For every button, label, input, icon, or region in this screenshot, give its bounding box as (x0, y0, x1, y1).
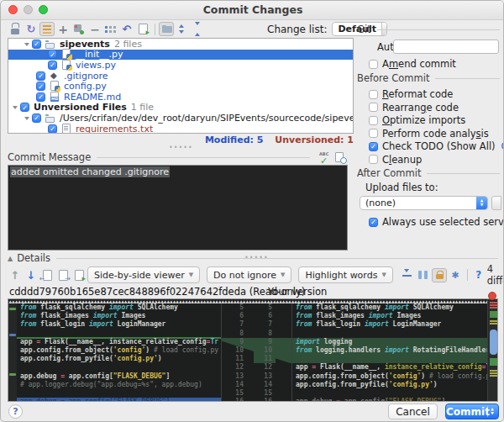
viewer-mode-select[interactable]: Side-by-side viewer▼ (87, 266, 200, 283)
zoom-button[interactable] (39, 5, 48, 14)
code-line: app.config.from_pyfile('config.py') (292, 381, 487, 389)
left-change-stripe[interactable] (8, 303, 17, 402)
collapse-details-icon[interactable]: ▲ (8, 255, 13, 262)
highlight-mode-select[interactable]: Highlight words▼ (298, 266, 392, 283)
right-pane-code[interactable]: from flask_sqlalchemy import SQLAlchemyf… (291, 303, 487, 402)
checkbox[interactable] (369, 218, 378, 227)
help-icon[interactable] (471, 268, 486, 282)
tree-row--gitignore[interactable]: .gitignore (8, 71, 353, 82)
checkbox[interactable] (369, 90, 378, 99)
amend-commit-checkbox[interactable]: Amend commit (369, 58, 456, 70)
spellcheck-icon[interactable] (317, 150, 332, 165)
expand-all-icon[interactable] (175, 22, 190, 36)
next-difference-icon[interactable] (24, 268, 39, 282)
commit-message-input[interactable]: added omitted changed .gitignore (8, 165, 348, 251)
line-number: 12 (254, 363, 276, 372)
remove-icon[interactable] (87, 22, 102, 36)
group-by-directory-icon[interactable] (159, 22, 174, 36)
commit-options-stepper[interactable]: ▲▼ (487, 406, 496, 417)
message-history-icon[interactable] (333, 150, 348, 165)
checkbox[interactable] (369, 116, 378, 125)
compare-next-file-icon[interactable] (55, 268, 71, 282)
jump-to-source-icon[interactable] (71, 268, 87, 282)
before-commit-option-label: Perform code analysis (382, 128, 489, 140)
checkbox[interactable] (48, 124, 57, 134)
configure-link[interactable]: Configu (501, 140, 504, 152)
help-button[interactable]: ? (8, 404, 23, 419)
before-commit-option[interactable]: Perform code analysis (369, 128, 489, 140)
before-commit-option[interactable]: Check TODO (Show All)Configu (369, 140, 504, 152)
lock-icon[interactable] (8, 22, 23, 36)
window-title: Commit Changes (1, 1, 504, 18)
expander-icon[interactable] (22, 40, 32, 49)
move-to-changelist-icon[interactable] (71, 22, 87, 36)
expander-icon[interactable] (10, 103, 20, 112)
scrollbar-thumb[interactable] (490, 330, 497, 355)
line-number: 10 (222, 346, 247, 355)
tree-row-sipevents[interactable]: sipevents2 files (8, 39, 353, 50)
expander-icon[interactable] (22, 113, 32, 123)
before-commit-option[interactable]: Cleanup (369, 154, 422, 166)
before-commit-option-label: Cleanup (382, 154, 422, 166)
checkbox[interactable] (32, 40, 41, 49)
whitespace-mode-select[interactable]: Do not ignore▼ (207, 266, 291, 283)
checkbox[interactable] (36, 71, 45, 81)
upload-files-select[interactable]: (none) ▲▼ (360, 196, 488, 210)
author-input[interactable] (393, 40, 499, 54)
checkbox[interactable] (369, 103, 378, 112)
dialog-footer: ? Cancel Commit ▲▼ (1, 402, 504, 422)
splitter-handle[interactable]: ••••• (244, 254, 269, 261)
tree-row--init-py[interactable]: __init__.py (8, 50, 353, 61)
before-commit-option[interactable]: Reformat code (369, 88, 453, 100)
tree-row-readme-md[interactable]: README.md (8, 92, 353, 103)
commit-button[interactable]: Commit ▲▼ (445, 404, 499, 419)
left-pane-code[interactable]: from flask_sqlalchemy import SQLAlchemyf… (17, 303, 222, 402)
tree-row--users-crifan-dev-dev-root-daryun-sipevents-sourcecode-sipevents[interactable]: /Users/crifan/dev/dev_root/daryun/SIPEve… (8, 113, 353, 124)
add-icon[interactable] (55, 22, 71, 36)
checkbox[interactable] (369, 155, 378, 164)
tree-row-requirements-txt[interactable]: requirements.txt (8, 124, 353, 134)
before-commit-option-label: Reformat code (382, 88, 453, 100)
show-diff-icon[interactable] (135, 22, 150, 36)
rollback-icon[interactable] (119, 22, 134, 36)
line-number: 15 (222, 389, 247, 398)
line-number: 8 (254, 330, 276, 338)
tree-row-config-py[interactable]: config.py (8, 81, 353, 92)
collapse-all-icon[interactable] (191, 22, 206, 36)
always-use-server-checkbox[interactable]: Always use selected server (369, 216, 504, 228)
group-by-icon[interactable] (103, 22, 118, 36)
code-line: from flask_login import LoginManager (17, 320, 221, 329)
code-line: app = Flask(__name__, instance_relative_… (292, 363, 487, 372)
checkbox[interactable] (48, 50, 57, 59)
collapse-unchanged-icon[interactable] (400, 268, 415, 282)
checkbox[interactable] (369, 129, 378, 138)
before-commit-option[interactable]: Optimize imports (369, 114, 465, 126)
refresh-icon[interactable] (24, 22, 39, 36)
before-commit-option[interactable]: Rearrange code (369, 102, 459, 113)
checkbox[interactable] (369, 142, 378, 151)
tree-row-unversioned-files[interactable]: Unversioned Files1 file (8, 103, 353, 113)
checkbox[interactable] (32, 113, 41, 123)
compare-previous-file-icon[interactable] (39, 268, 55, 282)
checkbox[interactable] (36, 92, 45, 102)
checkbox[interactable] (20, 103, 29, 112)
upload-browse-button[interactable] (491, 196, 501, 210)
settings-icon[interactable] (448, 268, 463, 282)
checkbox[interactable] (369, 60, 378, 69)
disable-editing-icon[interactable] (432, 268, 447, 282)
close-button[interactable] (8, 5, 18, 14)
before-commit-option-label: Check TODO (Show All) (382, 140, 496, 152)
previous-difference-icon[interactable] (8, 268, 23, 282)
checkbox[interactable] (48, 61, 57, 70)
changelist-view-icon[interactable] (39, 22, 55, 36)
tree-row-views-py[interactable]: views.py (8, 60, 353, 71)
differences-count: 4 differences (487, 263, 504, 287)
before-commit-option-label: Rearrange code (382, 102, 459, 113)
checkbox[interactable] (36, 82, 45, 91)
synchronize-scrolling-icon[interactable] (416, 268, 431, 282)
diff-scrollbar[interactable] (487, 299, 498, 402)
cancel-button[interactable]: Cancel (388, 404, 438, 419)
minimize-button[interactable] (24, 5, 33, 14)
changed-files-tree: sipevents2 files__init__.pyviews.py.giti… (8, 38, 354, 134)
error-stripe-indicator[interactable] (488, 292, 496, 300)
